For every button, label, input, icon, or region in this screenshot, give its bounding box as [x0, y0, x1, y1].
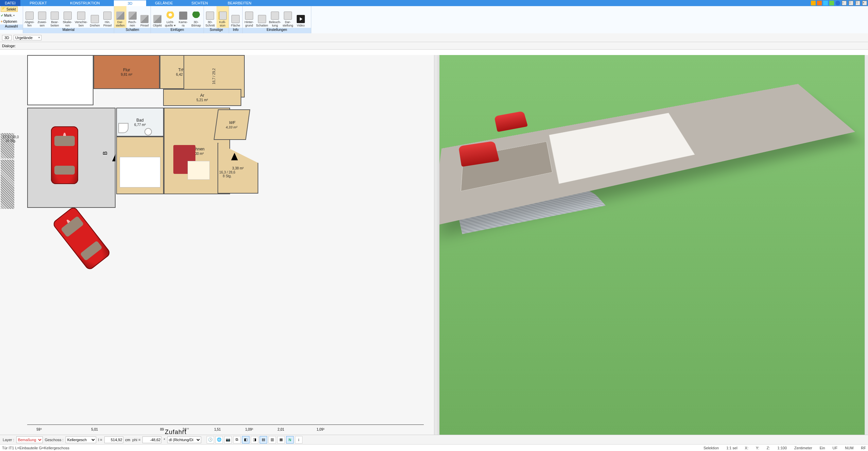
- clock-icon[interactable]: 🕓: [207, 436, 214, 444]
- dim-6: 1,09⁵: [245, 428, 253, 431]
- grid-icon[interactable]: ▦: [277, 436, 285, 444]
- status-x: X:: [745, 446, 748, 450]
- bad-name: Bad: [136, 118, 143, 123]
- tab-konstruktion[interactable]: KONSTRUKTION: [56, 0, 114, 6]
- length-input[interactable]: [104, 436, 123, 443]
- view3d-pane[interactable]: ≡ 🪑 🌳: [439, 55, 865, 435]
- lichtquelle-button[interactable]: Licht-quelle ▾: [164, 6, 177, 28]
- darstellen-button[interactable]: Dar-stellen: [114, 6, 126, 28]
- tri-annotation: 16,3 / 28,68 Stg.: [219, 170, 235, 178]
- layers1-icon[interactable]: ◧: [242, 436, 249, 444]
- ar-area: 5,21 m²: [196, 98, 208, 102]
- refresh-icon[interactable]: [829, 1, 834, 5]
- globe-icon[interactable]: 🌐: [215, 436, 223, 444]
- layers2-icon[interactable]: ◨: [251, 436, 258, 444]
- tab-projekt[interactable]: PROJEKT: [20, 0, 56, 6]
- flur-name: Flur: [123, 68, 130, 72]
- layer-label: Layer :: [3, 438, 14, 442]
- room-ar: Ar5,21 m²: [163, 89, 241, 106]
- darstellung-button[interactable]: Dar-stellung: [281, 6, 294, 28]
- pinsel-button[interactable]: Pinsel: [138, 6, 151, 28]
- floorplan-pane[interactable]: 17,5 / 28,016 Stg. Flur9,81 m² Trh.6,42 …: [0, 55, 434, 435]
- kamera-button[interactable]: Kame-ra: [177, 6, 190, 28]
- bed: [120, 157, 160, 187]
- schnitt-label: 3D-Schnitt: [205, 21, 215, 27]
- phi-input[interactable]: [142, 436, 161, 443]
- help-icon[interactable]: [835, 1, 840, 5]
- room-wf: WF4,33 m²: [214, 109, 250, 140]
- video-button[interactable]: Video: [294, 6, 307, 28]
- status-left: Tür IT1 L=Einbauteile G=Kellergeschoss: [2, 446, 69, 450]
- selekt-button[interactable]: Selekt: [1, 6, 18, 12]
- zuweisen-button[interactable]: Zuwei-sen: [36, 6, 48, 28]
- tab-bearbeiten[interactable]: BEARBEITEN: [218, 0, 571, 6]
- status-y: Y:: [756, 446, 759, 450]
- ribbon: Selekt ✔Mark.▾ +Optionen Auswahl Abgrei-…: [0, 6, 868, 33]
- zuweisen-label: Zuwei-sen: [37, 21, 47, 27]
- window-minimize[interactable]: –: [842, 1, 847, 5]
- tab-datei[interactable]: DATEI: [0, 0, 20, 6]
- terrain-dropdown[interactable]: Urgelände▾: [14, 35, 41, 40]
- car-garage: [51, 126, 78, 184]
- mark-button[interactable]: ✔Mark.▾: [1, 14, 15, 17]
- left-scrollbar[interactable]: [434, 55, 437, 435]
- schatten-settings-button[interactable]: Schatten: [256, 6, 268, 28]
- group-schatten: Dar-stellen Rech-nen Pinsel Schatten: [114, 6, 151, 33]
- tab-3d[interactable]: 3D: [114, 0, 146, 6]
- abgreifen-button[interactable]: Abgrei-fen: [23, 6, 36, 28]
- tools-icon[interactable]: [811, 1, 816, 5]
- floorplan: 17,5 / 28,016 Stg. Flur9,81 m² Trh.6,42 …: [27, 55, 434, 435]
- kollision-button[interactable]: Kolli-sion: [216, 6, 229, 28]
- video-label: Video: [297, 24, 305, 27]
- flaeche-button[interactable]: Fläche: [229, 6, 242, 28]
- hintergrund-button[interactable]: Hinter-grund: [243, 6, 256, 28]
- hinpinsel-button[interactable]: Hin.Pinsel: [101, 6, 114, 28]
- status-ratio: 1:1 sel: [726, 446, 737, 450]
- north-icon[interactable]: N: [286, 436, 294, 444]
- window-restore[interactable]: □: [855, 1, 860, 5]
- status-z: Z:: [767, 446, 770, 450]
- optionen-button[interactable]: +Optionen: [1, 20, 17, 23]
- dialoge-label: Dialoge:: [2, 44, 16, 48]
- drehen-button[interactable]: Drehen: [88, 6, 101, 28]
- bad-area: 6,77 m²: [134, 123, 146, 127]
- right-scrollbar[interactable]: [865, 55, 868, 435]
- dl-select[interactable]: dl (Richtung/Di: [167, 436, 201, 443]
- window-close[interactable]: ×: [862, 1, 867, 5]
- bottom-icon-strip: 🕓 🌐 📷 ⧉ ◧ ◨ ▤ ▥ ▦ N i: [207, 436, 302, 444]
- tri-area: 3,38 m²: [232, 166, 244, 170]
- menubar: DATEI PROJEKT KONSTRUKTION 3D GELÄNDE SI…: [0, 0, 868, 6]
- wc: [144, 128, 152, 136]
- objekt-button[interactable]: Objekt: [151, 6, 164, 28]
- skalieren-button[interactable]: Skalie-ren: [61, 6, 74, 28]
- beleuchtung-button[interactable]: Beleuch-tung: [268, 6, 281, 28]
- bathtub: [118, 123, 128, 133]
- rechnen-button[interactable]: Rech-nen: [126, 6, 139, 28]
- status-ein: Ein: [820, 446, 825, 450]
- layer-select[interactable]: Bemaßung: [16, 436, 43, 443]
- clipboard-icon[interactable]: [817, 1, 822, 5]
- status-num: NUM: [845, 446, 853, 450]
- dim-5: 1,51: [214, 428, 221, 431]
- copy-icon[interactable]: ⧉: [233, 436, 241, 444]
- tab-sichten[interactable]: SICHTEN: [182, 0, 218, 6]
- window-maximize[interactable]: □: [849, 1, 853, 5]
- section-marker-b: B: [102, 151, 108, 155]
- group-info: Fläche Info: [229, 6, 243, 33]
- settings-icon[interactable]: [823, 1, 828, 5]
- verschieben-label: Verschie-ben: [75, 21, 88, 27]
- skalieren-label: Skalie-ren: [63, 21, 72, 27]
- titlebar-right: – □ □ ×: [571, 0, 868, 6]
- info-icon[interactable]: i: [295, 436, 302, 444]
- bitmap-button[interactable]: 3D-Bitmap: [190, 6, 203, 28]
- layers4-icon[interactable]: ▥: [268, 436, 276, 444]
- room-flur: Flur9,81 m²: [93, 55, 160, 89]
- ar-name: Ar: [200, 93, 204, 98]
- geschoss-select[interactable]: Kellergesch: [66, 436, 96, 443]
- layers3-icon[interactable]: ▤: [260, 436, 267, 444]
- verschieben-button[interactable]: Verschie-ben: [74, 6, 88, 28]
- schnitt-button[interactable]: 3D-Schnitt: [204, 6, 216, 28]
- group-title-einfuegen: Einfügen: [151, 28, 204, 33]
- bearbeiten-button[interactable]: Bear-beiten: [49, 6, 61, 28]
- tab-gelaende[interactable]: GELÄNDE: [146, 0, 182, 6]
